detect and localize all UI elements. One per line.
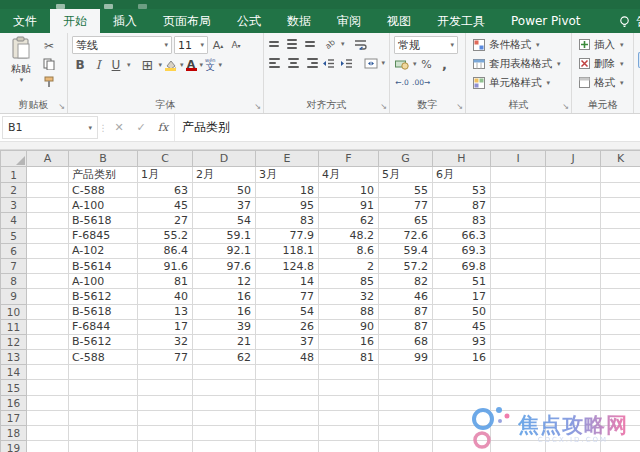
align-middle-icon[interactable] (286, 36, 302, 52)
tab-view[interactable]: 视图 (374, 9, 424, 33)
cell-B6[interactable]: A-102 (69, 243, 138, 258)
cell-C1[interactable]: 1月 (138, 167, 193, 183)
cell-H13[interactable]: 16 (433, 350, 491, 365)
bold-button[interactable]: B (72, 57, 88, 73)
cell-A8[interactable] (27, 274, 69, 289)
conditional-formatting-button[interactable]: 条件格式 ▾ (470, 35, 567, 54)
paste-dropdown-icon[interactable]: ▾ (20, 76, 24, 84)
cell-G19[interactable] (379, 441, 433, 452)
tab-formulas[interactable]: 公式 (224, 9, 274, 33)
wrap-text-icon[interactable] (353, 36, 369, 52)
cell-H9[interactable]: 17 (433, 289, 491, 304)
orientation-dropdown-icon[interactable]: ▾ (341, 40, 345, 48)
decrease-font-size-icon[interactable]: A▾ (228, 37, 244, 53)
cell-E2[interactable]: 18 (256, 183, 319, 198)
cell-K1[interactable] (601, 167, 640, 183)
cell-D8[interactable]: 12 (193, 274, 256, 289)
cell-K17[interactable] (601, 410, 640, 425)
copy-icon[interactable] (41, 56, 57, 72)
align-left-icon[interactable] (268, 55, 284, 71)
cell-K14[interactable] (601, 365, 640, 380)
cell-E5[interactable]: 77.9 (256, 228, 319, 243)
tab-insert[interactable]: 插入 (100, 9, 150, 33)
cell-I4[interactable] (491, 213, 546, 228)
number-format-select[interactable]: 常规 ▾ (394, 36, 458, 54)
formula-input[interactable]: 产品类别 (174, 114, 640, 141)
cell-G12[interactable]: 68 (379, 334, 433, 349)
cell-I14[interactable] (491, 365, 546, 380)
cell-K5[interactable] (601, 228, 640, 243)
align-right-icon[interactable] (303, 55, 319, 71)
cell-F10[interactable]: 88 (319, 304, 379, 319)
cell-B17[interactable] (69, 410, 138, 425)
cell-F3[interactable]: 91 (319, 198, 379, 213)
row-header-6[interactable]: 6 (1, 243, 27, 258)
cell-B18[interactable] (69, 426, 138, 441)
cell-G15[interactable] (379, 380, 433, 395)
cell-E17[interactable] (256, 410, 319, 425)
cell-H16[interactable] (433, 395, 491, 410)
cell-B7[interactable]: B-5614 (69, 258, 138, 273)
increase-font-size-icon[interactable]: A▴ (210, 37, 226, 53)
cell-F7[interactable]: 2 (319, 258, 379, 273)
cell-I19[interactable] (491, 441, 546, 452)
cell-D7[interactable]: 97.6 (193, 258, 256, 273)
cell-G6[interactable]: 59.4 (379, 243, 433, 258)
cell-I10[interactable] (491, 304, 546, 319)
merge-center-icon[interactable] (363, 55, 379, 71)
cell-H7[interactable]: 69.8 (433, 258, 491, 273)
cell-F19[interactable] (319, 441, 379, 452)
col-header-I[interactable]: I (491, 151, 546, 167)
row-header-8[interactable]: 8 (1, 274, 27, 289)
cell-G18[interactable] (379, 426, 433, 441)
cell-I13[interactable] (491, 350, 546, 365)
cell-F9[interactable]: 32 (319, 289, 379, 304)
cell-I16[interactable] (491, 395, 546, 410)
cell-G8[interactable]: 82 (379, 274, 433, 289)
format-painter-icon[interactable] (41, 74, 57, 90)
cell-F2[interactable]: 10 (319, 183, 379, 198)
cell-E19[interactable] (256, 441, 319, 452)
align-top-icon[interactable] (268, 36, 284, 52)
cell-G3[interactable]: 77 (379, 198, 433, 213)
cell-C12[interactable]: 32 (138, 334, 193, 349)
cell-C18[interactable] (138, 426, 193, 441)
cell-K4[interactable] (601, 213, 640, 228)
cell-B16[interactable] (69, 395, 138, 410)
clipboard-dialog-launcher-icon[interactable]: ↘ (58, 103, 65, 111)
cell-A18[interactable] (27, 426, 69, 441)
cell-A17[interactable] (27, 410, 69, 425)
cell-F1[interactable]: 4月 (319, 167, 379, 183)
cell-A19[interactable] (27, 441, 69, 452)
cell-F6[interactable]: 8.6 (319, 243, 379, 258)
cell-G1[interactable]: 5月 (379, 167, 433, 183)
cell-K10[interactable] (601, 304, 640, 319)
cell-E9[interactable]: 77 (256, 289, 319, 304)
format-cells-button[interactable]: 格式 ▾ (576, 73, 629, 92)
row-header-4[interactable]: 4 (1, 213, 27, 228)
cell-E3[interactable]: 95 (256, 198, 319, 213)
align-center-icon[interactable] (286, 55, 302, 71)
cell-I17[interactable] (491, 410, 546, 425)
cell-K13[interactable] (601, 350, 640, 365)
cell-E7[interactable]: 124.8 (256, 258, 319, 273)
cell-J17[interactable] (546, 410, 601, 425)
cell-D16[interactable] (193, 395, 256, 410)
cell-D10[interactable]: 16 (193, 304, 256, 319)
comma-style-icon[interactable]: , (437, 56, 453, 72)
tab-data[interactable]: 数据 (274, 9, 324, 33)
cell-A5[interactable] (27, 228, 69, 243)
cell-E16[interactable] (256, 395, 319, 410)
percent-style-icon[interactable]: % (419, 56, 435, 72)
row-header-15[interactable]: 15 (1, 380, 27, 395)
cell-G11[interactable]: 87 (379, 319, 433, 334)
row-header-16[interactable]: 16 (1, 395, 27, 410)
cell-J3[interactable] (546, 198, 601, 213)
cell-F16[interactable] (319, 395, 379, 410)
row-header-13[interactable]: 13 (1, 350, 27, 365)
tab-review[interactable]: 审阅 (324, 9, 374, 33)
cell-I12[interactable] (491, 334, 546, 349)
col-header-G[interactable]: G (379, 151, 433, 167)
cell-B2[interactable]: C-588 (69, 183, 138, 198)
cell-I3[interactable] (491, 198, 546, 213)
